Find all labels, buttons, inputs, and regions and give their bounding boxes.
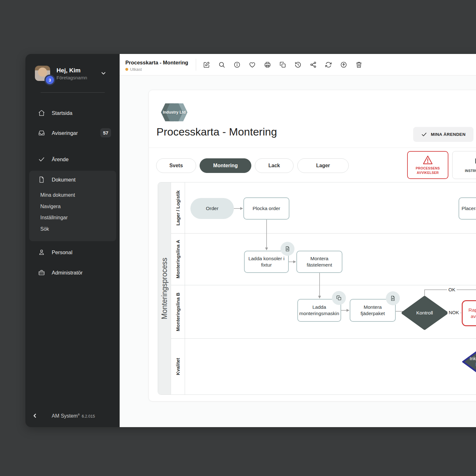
lane-label: Monteringslina A: [171, 234, 185, 285]
briefcase-icon: [38, 269, 45, 276]
sidebar-item-dokument[interactable]: Dokument: [31, 173, 114, 187]
search-icon[interactable]: [218, 61, 225, 68]
print-icon[interactable]: [264, 61, 271, 68]
tab-svets[interactable]: Svets: [156, 158, 196, 173]
mina-arenden-label: MINA ÄRENDEN: [431, 132, 466, 137]
tab-label: Montering: [213, 163, 238, 169]
app-window: 3 Hej, Kim Företagsnamn Startsida Aviser…: [25, 54, 476, 427]
topbar-document-title: Processkarta - Montering: [125, 60, 188, 66]
sidebar-item-arende[interactable]: Ärende: [31, 152, 114, 166]
tab-lack[interactable]: Lack: [255, 158, 294, 173]
sidebar-subitem-sok[interactable]: Sök: [40, 224, 49, 234]
favorite-icon[interactable]: [249, 61, 256, 68]
process-card: Industry Ltd Processkarta - Montering MI…: [149, 90, 476, 401]
node-order[interactable]: Order: [190, 198, 234, 219]
sidebar-item-aviseringar[interactable]: Aviseringar 57: [31, 126, 114, 140]
lane-kvalitet: Kvalitet: [171, 339, 476, 394]
sidebar-subitem-navigera[interactable]: Navigera: [40, 202, 61, 211]
sync-icon[interactable]: [325, 61, 332, 68]
tab-lager[interactable]: Lager: [297, 158, 349, 173]
sidebar-item-label: Ärende: [52, 156, 69, 162]
subitem-label: Inställningar: [40, 215, 68, 221]
document-icon: [390, 295, 396, 301]
card-divider: [149, 148, 476, 148]
person-icon: [38, 249, 45, 256]
page-title: Processkarta - Montering: [156, 126, 277, 138]
chevron-down-icon[interactable]: [100, 70, 107, 78]
company-logo: Industry Ltd: [160, 102, 188, 123]
user-greeting: Hej, Kim: [56, 67, 81, 74]
lane-label: Monteringslina B: [171, 285, 185, 338]
node-rapportera-avvikelse[interactable]: Rapportera avvikelse: [462, 300, 476, 326]
node-placera-i-lager[interactable]: Placera i lager: [459, 197, 476, 220]
document-icon: [38, 176, 45, 183]
process-name-band: Monteringsprocess: [158, 182, 171, 394]
copy-icon[interactable]: [279, 61, 286, 68]
node-ladda-monteringsmaskin[interactable]: Ladda monteringsmaskin: [297, 299, 341, 322]
sidebar-item-label: Administratör: [52, 270, 83, 276]
user-company: Företagsnamn: [56, 75, 87, 80]
topbar: Processkarta - Montering Utkast: [120, 54, 476, 76]
delete-icon[interactable]: [355, 61, 362, 68]
node-inkommande-kontroll-label[interactable]: Inkommande kontroll: [464, 355, 476, 369]
node-ladda-konsoler[interactable]: Ladda konsoler i fixtur: [244, 251, 289, 273]
document-icon: [285, 246, 290, 252]
upload-icon[interactable]: [340, 61, 347, 68]
toolbar: [203, 54, 362, 76]
registered-mark: ®: [78, 413, 80, 416]
sidebar-subitem-installningar[interactable]: Inställningar: [40, 213, 68, 222]
app-brand: AM System®6.2.015: [52, 413, 95, 419]
node-plocka-order[interactable]: Plocka order: [243, 197, 289, 220]
tab-label: Lack: [268, 163, 280, 169]
node-label: Montera fästelement: [298, 255, 340, 268]
mina-arenden-button[interactable]: MINA ÄRENDEN: [413, 127, 473, 142]
status-dot: [125, 68, 128, 71]
edit-icon[interactable]: [203, 61, 210, 68]
sidebar-footer: AM System®6.2.015: [25, 411, 120, 423]
toolbar-separator: [196, 59, 196, 71]
document-attachment-badge[interactable]: [386, 291, 400, 305]
edge-label-nok: NOK: [447, 310, 460, 315]
sidebar-item-label: Aviseringar: [52, 130, 78, 136]
check-icon: [421, 131, 427, 137]
node-label: Order: [206, 205, 219, 212]
sidebar-group-dokument: Dokument Mina dokument Navigera Inställn…: [29, 171, 116, 241]
document-status: Utkast: [125, 67, 142, 72]
chevron-left-icon[interactable]: [32, 413, 38, 420]
tab-label: Lager: [316, 163, 330, 169]
info-icon[interactable]: [234, 61, 241, 68]
sidebar-subitem-mina-dokument[interactable]: Mina dokument: [40, 190, 75, 200]
sidebar-item-label: Dokument: [52, 177, 76, 183]
node-montera-fjaderpaket[interactable]: Montera fjäderpaket: [350, 299, 396, 322]
share-icon[interactable]: [310, 61, 317, 68]
avvikelser-label-line1: PROCESSENS: [416, 166, 440, 171]
document-attachment-badge[interactable]: [281, 242, 294, 256]
brand-name: AM System: [52, 413, 78, 419]
sidebar-item-administrator[interactable]: Administratör: [31, 266, 114, 280]
tab-montering[interactable]: Montering: [200, 158, 251, 173]
node-kontroll-label[interactable]: Kontroll: [406, 307, 443, 319]
copy-attachment-badge[interactable]: [332, 291, 346, 305]
node-label: Montera fjäderpaket: [352, 304, 394, 317]
content-area: Industry Ltd Processkarta - Montering MI…: [120, 76, 476, 427]
lane-label: Lager / Logistik: [171, 182, 185, 233]
sidebar-item-personal[interactable]: Personal: [31, 245, 114, 259]
sidebar-item-label: Personal: [52, 249, 72, 255]
history-icon[interactable]: [294, 61, 301, 68]
sidebar-item-startsida[interactable]: Startsida: [31, 106, 114, 120]
pages-icon: [474, 157, 476, 167]
tab-label: Svets: [169, 163, 183, 169]
inbox-icon: [38, 129, 45, 136]
main-area: Processkarta - Montering Utkast: [120, 54, 476, 427]
node-montera-fastelement[interactable]: Montera fästelement: [296, 251, 342, 273]
warning-triangle-icon: [422, 155, 433, 165]
instruktioner-button[interactable]: INSTRUKTIONER: [452, 151, 476, 179]
processens-avvikelser-button[interactable]: PROCESSENS AVVIKELSER: [407, 151, 448, 179]
edge-label-ok: OK: [447, 287, 457, 292]
subitem-label: Navigera: [40, 204, 61, 209]
node-label: Ladda monteringsmaskin: [299, 304, 339, 317]
pages-icon: [336, 295, 342, 301]
status-label: Utkast: [130, 67, 142, 72]
home-icon: [38, 109, 45, 116]
company-logo-text: Industry Ltd: [162, 110, 186, 115]
